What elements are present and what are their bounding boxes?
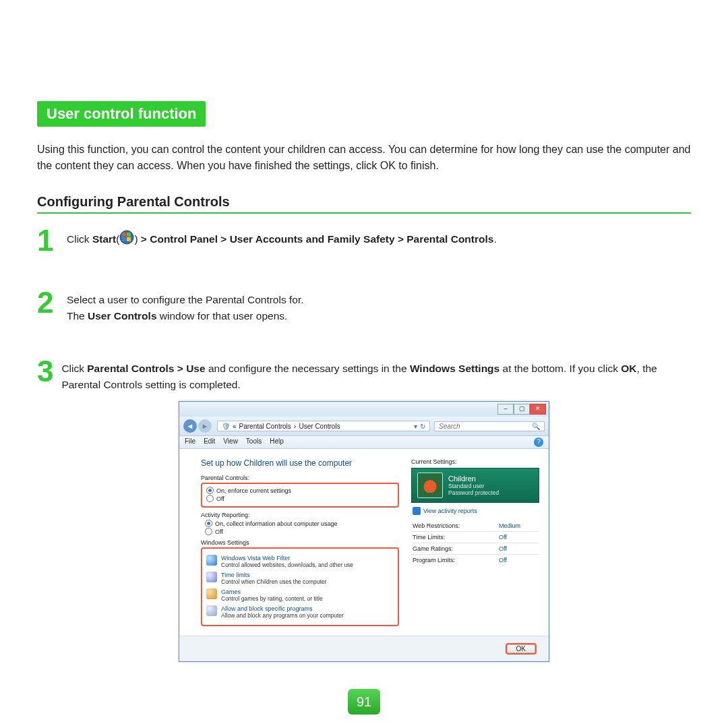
radio-icon (206, 487, 214, 494)
menu-file[interactable]: File (185, 437, 195, 447)
report-icon (413, 507, 421, 515)
table-row: Program Limits:Off (411, 555, 539, 566)
step-number: 1 (37, 226, 64, 255)
table-row: Game Ratings:Off (411, 543, 539, 555)
current-settings-label: Current Settings: (411, 458, 539, 465)
crumb-parental: Parental Controls (239, 423, 291, 430)
back-button[interactable]: ◄ (183, 419, 197, 433)
clock-icon (206, 572, 217, 582)
breadcrumb[interactable]: 🛡️ « Parental Controls › User Controls ▾… (217, 421, 430, 431)
radio-icon (205, 520, 212, 527)
s3a: Click (61, 363, 87, 374)
row-val: Off (497, 532, 539, 543)
help-icon[interactable]: ? (534, 437, 543, 447)
menu-view[interactable]: View (223, 437, 238, 447)
menu-tools[interactable]: Tools (246, 437, 262, 447)
step-body: Select a user to configure the Parental … (67, 288, 304, 324)
ar-group-label: Activity Reporting: (201, 512, 399, 518)
ws-link: Windows Vista Web Filter (221, 555, 353, 562)
step1-start: Start (92, 233, 116, 245)
ok-button[interactable]: OK (506, 643, 537, 655)
crumb-prefix: « (233, 423, 237, 430)
windows-start-icon (119, 230, 134, 249)
maximize-button[interactable]: ▢ (514, 404, 530, 415)
ws-link: Games (221, 588, 323, 595)
menu-bar: File Edit View Tools Help ? (179, 436, 549, 449)
step-1: 1 Click Start() > Control Panel > User A… (37, 226, 691, 255)
step-3: 3 Click Parental Controls > Use and conf… (37, 357, 691, 393)
ws-games[interactable]: GamesControl games by rating, content, o… (206, 588, 394, 602)
table-row: Time Limits:Off (411, 532, 539, 543)
crumb-sep: › (294, 422, 297, 430)
ws-link: Time limits (221, 572, 326, 578)
search-input[interactable]: Search 🔍 (434, 421, 545, 431)
pc-off-label: Off (216, 495, 224, 502)
pc-on-option[interactable]: On, enforce current settings (206, 487, 394, 494)
ws-heading: Windows Settings (201, 539, 399, 546)
row-val: Off (497, 543, 539, 555)
dropdown-icon[interactable]: ▾ (414, 423, 417, 430)
step-number: 2 (37, 288, 64, 317)
ar-on-option[interactable]: On, collect information about computer u… (201, 520, 399, 527)
svg-rect-3 (122, 237, 126, 241)
ws-link: Allow and block specific programs (221, 605, 344, 612)
step1-path: > Control Panel > User Accounts and Fami… (138, 233, 494, 245)
section-title: Configuring Parental Controls (37, 194, 691, 214)
svg-rect-2 (127, 233, 131, 237)
step1-dot: . (493, 233, 496, 245)
close-button[interactable]: ✕ (530, 404, 546, 415)
step2-line2b: User Controls (88, 310, 157, 322)
s3d: Windows Settings (410, 363, 499, 374)
avatar (417, 473, 443, 498)
refresh-icon[interactable]: ↻ (420, 423, 425, 430)
ws-time-limits[interactable]: Time limitsControl when Children uses th… (206, 572, 394, 585)
user-controls-window: – ▢ ✕ ◄ ► 🛡️ « Parental Controls › User … (179, 401, 549, 662)
pc-off-option[interactable]: Off (206, 495, 394, 502)
ar-off-option[interactable]: Off (201, 528, 399, 535)
setup-heading: Set up how Children will use the compute… (201, 458, 399, 468)
menu-help[interactable]: Help (270, 437, 284, 447)
search-placeholder: Search (439, 423, 460, 430)
ws-desc: Control when Children uses the computer (221, 578, 326, 585)
user-type: Standard user (448, 483, 499, 489)
minimize-button[interactable]: – (497, 404, 514, 415)
step2-line1: Select a user to configure the Parental … (67, 294, 304, 305)
view-activity-link[interactable]: View activity reports (413, 507, 477, 515)
settings-table: Web Restrictions:Medium Time Limits:Off … (411, 520, 539, 566)
shield-icon: 🛡️ (222, 423, 230, 430)
row-key: Program Limits: (411, 555, 497, 566)
table-row: Web Restrictions:Medium (411, 520, 539, 532)
window-nav-bar: ◄ ► 🛡️ « Parental Controls › User Contro… (179, 417, 549, 436)
step-body: Click Start() > Control Panel > User Acc… (67, 226, 497, 249)
search-icon: 🔍 (532, 423, 540, 430)
ar-on-label: On, collect information about computer u… (215, 520, 338, 527)
menu-edit[interactable]: Edit (204, 437, 215, 447)
row-key: Time Limits: (411, 532, 497, 543)
step1-text-a: Click (67, 233, 92, 245)
view-activity-label: View activity reports (423, 508, 477, 514)
step-number: 3 (37, 357, 59, 386)
svg-rect-1 (122, 233, 126, 237)
window-caption-buttons: – ▢ ✕ (179, 402, 549, 417)
radio-icon (205, 528, 212, 535)
ws-programs[interactable]: Allow and block specific programsAllow a… (206, 605, 394, 619)
ws-desc: Allow and block any programs on your com… (221, 612, 344, 619)
row-val: Off (497, 555, 539, 566)
ar-off-label: Off (215, 528, 223, 535)
ws-web-filter[interactable]: Windows Vista Web FilterControl allowed … (206, 555, 394, 568)
step2-line2c: window for that user opens. (157, 310, 288, 322)
block-icon (206, 605, 217, 616)
step-body: Click Parental Controls > Use and config… (61, 357, 691, 393)
row-val: Medium (497, 520, 539, 532)
step-2: 2 Select a user to configure the Parenta… (37, 288, 691, 324)
game-icon (206, 588, 217, 599)
window-footer: OK (179, 636, 549, 661)
s3e: at the bottom. If you click (499, 363, 621, 374)
windows-settings-highlight: Windows Vista Web FilterControl allowed … (201, 547, 399, 626)
ws-desc: Control games by rating, content, or tit… (221, 595, 323, 602)
crumb-usercontrols: User Controls (299, 423, 340, 430)
forward-button[interactable]: ► (198, 419, 212, 433)
pc-on-label: On, enforce current settings (216, 487, 291, 494)
globe-icon (206, 555, 217, 566)
intro-text: Using this function, you can control the… (37, 142, 691, 174)
